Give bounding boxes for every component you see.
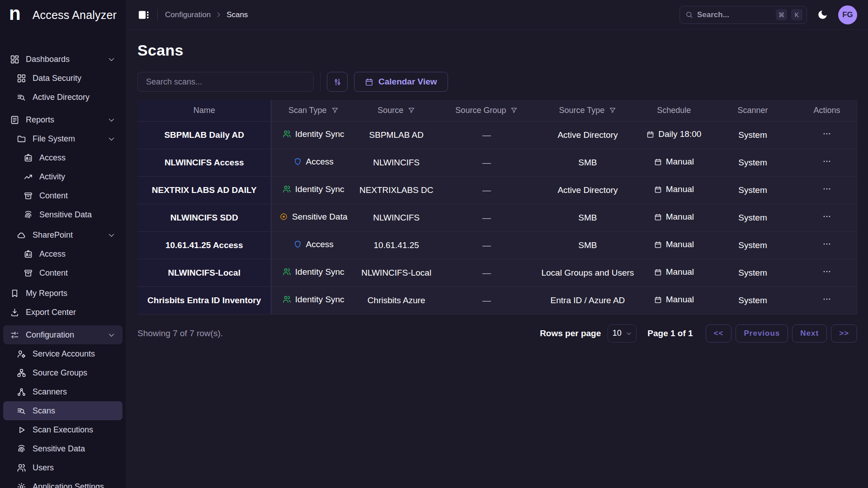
cell-schedule: Manual: [639, 286, 708, 314]
pager-buttons: << Previous Next >>: [706, 324, 857, 343]
rows-per-page-select[interactable]: 10: [608, 324, 637, 343]
calendar-icon: [654, 186, 662, 193]
row-actions-ellipsis-icon[interactable]: [822, 239, 832, 249]
cell-schedule: Manual: [639, 149, 708, 176]
main-area: Configuration Scans ⌘ K FG Scans Calenda…: [126, 0, 868, 488]
sidebar-item-label: Active Directory: [33, 93, 90, 102]
scan-type-label: Sensitive Data: [292, 212, 348, 222]
sidebar-item-dashboards[interactable]: Dashboards: [3, 50, 123, 69]
row-actions-ellipsis-icon[interactable]: [822, 156, 832, 166]
calendar-view-button[interactable]: Calendar View: [354, 72, 448, 92]
page-title: Scans: [137, 42, 857, 59]
sidebar-item-label: Scan Executions: [33, 425, 93, 435]
sidebar-item-access[interactable]: Access: [3, 244, 123, 263]
sidebar-item-label: Data Security: [33, 74, 81, 83]
previous-page-button[interactable]: Previous: [736, 324, 788, 343]
sidebar-item-source-groups[interactable]: Source Groups: [3, 363, 123, 382]
row-actions-ellipsis-icon[interactable]: [822, 184, 832, 194]
cell-source-group: —: [437, 149, 536, 176]
sidebar: n Access Analyzer DashboardsData Securit…: [0, 0, 126, 488]
sidebar-item-scan-executions[interactable]: Scan Executions: [3, 420, 123, 439]
cell-source-group: —: [437, 121, 536, 149]
column-header-srcgroup: Source Group: [437, 100, 536, 121]
fingerprint-icon: [24, 210, 33, 220]
row-actions-ellipsis-icon[interactable]: [822, 294, 832, 304]
cell-actions: [797, 231, 857, 259]
sidebar-item-sensitive-data[interactable]: Sensitive Data: [3, 439, 123, 458]
sidebar-item-access[interactable]: Access: [3, 148, 123, 167]
sidebar-item-scans[interactable]: Scans: [3, 401, 123, 420]
sidebar-item-label: Users: [33, 463, 54, 473]
breadcrumb: Configuration Scans: [165, 10, 248, 19]
row-actions-ellipsis-icon[interactable]: [822, 129, 832, 139]
sidebar-item-configuration[interactable]: Configuration: [3, 325, 123, 344]
sidebar-item-label: Application Settings: [33, 482, 104, 488]
table-row: 10.61.41.25 AccessAccess10.61.41.25—SMBM…: [137, 231, 857, 259]
sidebar-item-activity[interactable]: Activity: [3, 167, 123, 186]
cell-name: Chrisbits Entra ID Inventory: [137, 286, 271, 314]
sidebar-item-data-security[interactable]: Data Security: [3, 69, 123, 88]
network-icon: [17, 368, 26, 378]
scans-table: NameScan TypeSourceSource GroupSource Ty…: [137, 100, 857, 314]
sidebar-item-content[interactable]: Content: [3, 263, 123, 282]
rows-per-page-label: Rows per page: [540, 328, 601, 338]
sidebar-item-sharepoint[interactable]: SharePoint: [3, 225, 123, 244]
row-actions-ellipsis-icon[interactable]: [822, 211, 832, 221]
sidebar-item-service-accounts[interactable]: Service Accounts: [3, 344, 123, 363]
next-page-button[interactable]: Next: [792, 324, 827, 343]
sidebar-item-label: Service Accounts: [33, 349, 95, 359]
cell-name: SBPMLAB Daily AD: [137, 121, 271, 149]
sidebar-item-label: Sensitive Data: [39, 210, 92, 220]
circle-dot-icon: [279, 212, 288, 221]
sidebar-item-scanners[interactable]: Scanners: [3, 382, 123, 401]
row-actions-ellipsis-icon[interactable]: [822, 267, 832, 277]
cell-source: NLWINCIFS: [355, 204, 437, 231]
column-header-name: Name: [137, 100, 271, 121]
cell-source: NLWINCIFS-Local: [355, 259, 437, 286]
chevron-down-icon: [108, 116, 115, 124]
filter-icon[interactable]: [510, 107, 518, 114]
cell-scan-type: Sensitive Data: [271, 204, 355, 231]
sidebar-item-users[interactable]: Users: [3, 458, 123, 477]
cell-scan-type: Identity Sync: [271, 176, 355, 204]
sidebar-item-application-settings[interactable]: Application Settings: [3, 477, 123, 488]
filter-icon[interactable]: [331, 107, 339, 114]
sidebar-item-active-directory[interactable]: Active Directory: [3, 88, 123, 107]
moon-icon[interactable]: [817, 9, 828, 20]
chevron-down-icon: [108, 135, 115, 143]
global-search-input[interactable]: [697, 10, 772, 19]
cell-source-group: —: [437, 231, 536, 259]
cell-source-group: —: [437, 204, 536, 231]
sidebar-item-label: Activity: [39, 172, 65, 182]
table-row: SBPMLAB Daily ADIdentity SyncSBPMLAB AD—…: [137, 121, 857, 149]
row-count-status: Showing 7 of 7 row(s).: [137, 328, 223, 338]
global-search[interactable]: ⌘ K: [679, 6, 807, 24]
sidebar-item-file-system[interactable]: File System: [3, 129, 123, 148]
column-header-scanner: Scanner: [708, 100, 797, 121]
table-row: NLWINCIFS SDDSensitive DataNLWINCIFS—SMB…: [137, 204, 857, 231]
schedule-label: Manual: [666, 295, 694, 305]
view-options-button[interactable]: [327, 72, 348, 92]
last-page-button[interactable]: >>: [831, 324, 857, 343]
search-scans-input[interactable]: [137, 72, 314, 92]
cell-name: 10.61.41.25 Access: [137, 231, 271, 259]
cell-schedule: Manual: [639, 259, 708, 286]
breadcrumb-parent[interactable]: Configuration: [165, 10, 211, 19]
column-label: Name: [193, 106, 215, 115]
avatar[interactable]: FG: [838, 5, 857, 24]
calendar-icon: [654, 268, 662, 276]
user-gear-icon: [17, 349, 26, 359]
cell-scanner: System: [708, 176, 797, 204]
cell-actions: [797, 121, 857, 149]
sidebar-item-export-center[interactable]: Export Center: [3, 303, 123, 322]
sidebar-item-content[interactable]: Content: [3, 186, 123, 205]
panel-left-icon[interactable]: [137, 9, 150, 21]
cell-actions: [797, 259, 857, 286]
filter-icon[interactable]: [408, 107, 415, 114]
sidebar-item-sensitive-data[interactable]: Sensitive Data: [3, 205, 123, 224]
filter-icon[interactable]: [609, 107, 616, 114]
download-icon: [10, 308, 19, 317]
first-page-button[interactable]: <<: [706, 324, 732, 343]
sidebar-item-reports[interactable]: Reports: [3, 110, 123, 129]
sidebar-item-my-reports[interactable]: My Reports: [3, 284, 123, 303]
